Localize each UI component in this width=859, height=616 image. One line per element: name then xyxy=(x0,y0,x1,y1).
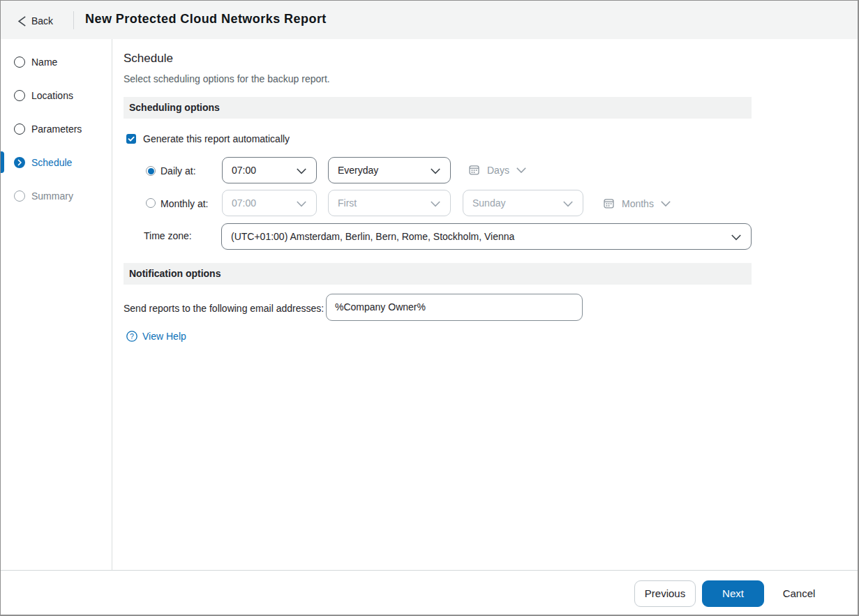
svg-text:?: ? xyxy=(130,332,134,340)
